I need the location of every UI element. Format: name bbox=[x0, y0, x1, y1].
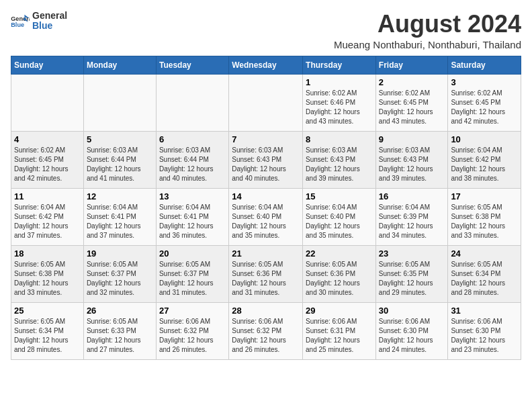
day-info: Sunrise: 6:02 AM Sunset: 6:45 PM Dayligh… bbox=[451, 89, 518, 126]
day-info: Sunrise: 6:04 AM Sunset: 6:40 PM Dayligh… bbox=[232, 203, 300, 240]
day-number: 24 bbox=[451, 248, 518, 259]
day-info: Sunrise: 6:06 AM Sunset: 6:32 PM Dayligh… bbox=[232, 317, 300, 355]
week-row-4: 18Sunrise: 6:05 AM Sunset: 6:38 PM Dayli… bbox=[11, 245, 521, 302]
day-number: 21 bbox=[232, 248, 300, 259]
calendar-cell bbox=[156, 74, 228, 131]
logo-bird-icon: General Blue bbox=[11, 13, 30, 28]
day-info: Sunrise: 6:03 AM Sunset: 6:44 PM Dayligh… bbox=[159, 146, 226, 183]
calendar-cell: 6Sunrise: 6:03 AM Sunset: 6:44 PM Daylig… bbox=[156, 131, 228, 188]
calendar-cell: 18Sunrise: 6:05 AM Sunset: 6:38 PM Dayli… bbox=[11, 245, 84, 302]
calendar-cell: 1Sunrise: 6:02 AM Sunset: 6:46 PM Daylig… bbox=[303, 74, 376, 131]
day-number: 22 bbox=[306, 248, 373, 259]
day-info: Sunrise: 6:05 AM Sunset: 6:33 PM Dayligh… bbox=[87, 317, 153, 355]
day-number: 8 bbox=[306, 134, 373, 144]
day-info: Sunrise: 6:05 AM Sunset: 6:38 PM Dayligh… bbox=[14, 260, 81, 298]
week-row-1: 1Sunrise: 6:02 AM Sunset: 6:46 PM Daylig… bbox=[11, 74, 521, 131]
weekday-header-monday: Monday bbox=[83, 56, 156, 74]
day-number: 3 bbox=[451, 77, 518, 87]
weekday-header-tuesday: Tuesday bbox=[156, 56, 228, 74]
weekday-header-row: SundayMondayTuesdayWednesdayThursdayFrid… bbox=[11, 56, 521, 74]
day-info: Sunrise: 6:05 AM Sunset: 6:35 PM Dayligh… bbox=[379, 260, 445, 298]
week-row-3: 11Sunrise: 6:04 AM Sunset: 6:42 PM Dayli… bbox=[11, 188, 521, 245]
calendar-cell bbox=[83, 74, 156, 131]
day-info: Sunrise: 6:04 AM Sunset: 6:42 PM Dayligh… bbox=[14, 203, 81, 240]
calendar-cell: 7Sunrise: 6:03 AM Sunset: 6:43 PM Daylig… bbox=[229, 131, 303, 188]
logo-blue-text: Blue bbox=[32, 21, 67, 31]
calendar-cell: 17Sunrise: 6:05 AM Sunset: 6:38 PM Dayli… bbox=[448, 188, 521, 245]
day-info: Sunrise: 6:06 AM Sunset: 6:30 PM Dayligh… bbox=[451, 317, 518, 355]
calendar-cell: 21Sunrise: 6:05 AM Sunset: 6:36 PM Dayli… bbox=[229, 245, 303, 302]
calendar-cell: 5Sunrise: 6:03 AM Sunset: 6:44 PM Daylig… bbox=[83, 131, 156, 188]
day-number: 28 bbox=[232, 306, 300, 316]
month-year: August 2024 bbox=[334, 11, 521, 38]
day-number: 26 bbox=[87, 306, 153, 316]
day-number: 12 bbox=[87, 191, 153, 201]
day-number: 10 bbox=[451, 134, 518, 144]
calendar-cell: 10Sunrise: 6:04 AM Sunset: 6:42 PM Dayli… bbox=[448, 131, 521, 188]
calendar-cell bbox=[11, 74, 84, 131]
calendar-cell: 13Sunrise: 6:04 AM Sunset: 6:41 PM Dayli… bbox=[156, 188, 228, 245]
calendar-cell: 8Sunrise: 6:03 AM Sunset: 6:43 PM Daylig… bbox=[303, 131, 376, 188]
calendar-cell: 14Sunrise: 6:04 AM Sunset: 6:40 PM Dayli… bbox=[229, 188, 303, 245]
day-number: 13 bbox=[159, 191, 226, 201]
calendar-cell: 28Sunrise: 6:06 AM Sunset: 6:32 PM Dayli… bbox=[229, 302, 303, 359]
day-info: Sunrise: 6:05 AM Sunset: 6:37 PM Dayligh… bbox=[87, 260, 153, 298]
day-number: 1 bbox=[306, 77, 373, 87]
calendar-table: SundayMondayTuesdayWednesdayThursdayFrid… bbox=[11, 56, 521, 360]
day-number: 27 bbox=[159, 306, 226, 316]
day-info: Sunrise: 6:03 AM Sunset: 6:43 PM Dayligh… bbox=[379, 146, 445, 183]
day-info: Sunrise: 6:05 AM Sunset: 6:38 PM Dayligh… bbox=[451, 203, 518, 240]
calendar-cell: 31Sunrise: 6:06 AM Sunset: 6:30 PM Dayli… bbox=[448, 302, 521, 359]
day-info: Sunrise: 6:04 AM Sunset: 6:40 PM Dayligh… bbox=[306, 203, 373, 240]
day-info: Sunrise: 6:06 AM Sunset: 6:32 PM Dayligh… bbox=[159, 317, 226, 355]
day-info: Sunrise: 6:05 AM Sunset: 6:34 PM Dayligh… bbox=[451, 260, 518, 298]
calendar-cell: 9Sunrise: 6:03 AM Sunset: 6:43 PM Daylig… bbox=[375, 131, 448, 188]
day-info: Sunrise: 6:03 AM Sunset: 6:43 PM Dayligh… bbox=[232, 146, 300, 183]
calendar-cell: 16Sunrise: 6:04 AM Sunset: 6:39 PM Dayli… bbox=[375, 188, 448, 245]
day-info: Sunrise: 6:06 AM Sunset: 6:31 PM Dayligh… bbox=[306, 317, 373, 355]
header: General Blue General Blue August 2024 Mu… bbox=[11, 11, 521, 50]
calendar-cell: 24Sunrise: 6:05 AM Sunset: 6:34 PM Dayli… bbox=[448, 245, 521, 302]
day-info: Sunrise: 6:03 AM Sunset: 6:44 PM Dayligh… bbox=[87, 146, 153, 183]
weekday-header-sunday: Sunday bbox=[11, 56, 84, 74]
day-number: 16 bbox=[379, 191, 445, 201]
logo: General Blue General Blue bbox=[11, 11, 67, 32]
day-info: Sunrise: 6:03 AM Sunset: 6:43 PM Dayligh… bbox=[306, 146, 373, 183]
calendar-cell: 25Sunrise: 6:05 AM Sunset: 6:34 PM Dayli… bbox=[11, 302, 84, 359]
calendar-cell: 30Sunrise: 6:06 AM Sunset: 6:30 PM Dayli… bbox=[375, 302, 448, 359]
day-number: 19 bbox=[87, 248, 153, 259]
day-info: Sunrise: 6:02 AM Sunset: 6:46 PM Dayligh… bbox=[306, 89, 373, 126]
title-area: August 2024 Mueang Nonthaburi, Nonthabur… bbox=[334, 11, 521, 50]
day-info: Sunrise: 6:04 AM Sunset: 6:41 PM Dayligh… bbox=[159, 203, 226, 240]
day-number: 9 bbox=[379, 134, 445, 144]
day-number: 30 bbox=[379, 306, 445, 316]
day-info: Sunrise: 6:02 AM Sunset: 6:45 PM Dayligh… bbox=[14, 146, 81, 183]
day-number: 4 bbox=[14, 134, 81, 144]
calendar-cell: 15Sunrise: 6:04 AM Sunset: 6:40 PM Dayli… bbox=[303, 188, 376, 245]
calendar-cell bbox=[229, 74, 303, 131]
svg-text:Blue: Blue bbox=[11, 22, 24, 29]
day-info: Sunrise: 6:05 AM Sunset: 6:37 PM Dayligh… bbox=[159, 260, 226, 298]
calendar-cell: 23Sunrise: 6:05 AM Sunset: 6:35 PM Dayli… bbox=[375, 245, 448, 302]
day-info: Sunrise: 6:04 AM Sunset: 6:41 PM Dayligh… bbox=[87, 203, 153, 240]
location: Mueang Nonthaburi, Nonthaburi, Thailand bbox=[334, 39, 521, 50]
day-info: Sunrise: 6:06 AM Sunset: 6:30 PM Dayligh… bbox=[379, 317, 445, 355]
weekday-header-friday: Friday bbox=[375, 56, 448, 74]
weekday-header-saturday: Saturday bbox=[448, 56, 521, 74]
calendar-cell: 29Sunrise: 6:06 AM Sunset: 6:31 PM Dayli… bbox=[303, 302, 376, 359]
day-number: 6 bbox=[159, 134, 226, 144]
calendar-cell: 2Sunrise: 6:02 AM Sunset: 6:45 PM Daylig… bbox=[375, 74, 448, 131]
calendar-body: 1Sunrise: 6:02 AM Sunset: 6:46 PM Daylig… bbox=[11, 74, 521, 359]
day-number: 14 bbox=[232, 191, 300, 201]
week-row-5: 25Sunrise: 6:05 AM Sunset: 6:34 PM Dayli… bbox=[11, 302, 521, 359]
calendar-cell: 22Sunrise: 6:05 AM Sunset: 6:36 PM Dayli… bbox=[303, 245, 376, 302]
day-number: 15 bbox=[306, 191, 373, 201]
day-number: 25 bbox=[14, 306, 81, 316]
day-number: 2 bbox=[379, 77, 445, 87]
day-number: 5 bbox=[87, 134, 153, 144]
day-number: 17 bbox=[451, 191, 518, 201]
calendar-cell: 26Sunrise: 6:05 AM Sunset: 6:33 PM Dayli… bbox=[83, 302, 156, 359]
day-number: 23 bbox=[379, 248, 445, 259]
calendar-header: SundayMondayTuesdayWednesdayThursdayFrid… bbox=[11, 56, 521, 74]
logo-general-text: General bbox=[32, 11, 67, 21]
